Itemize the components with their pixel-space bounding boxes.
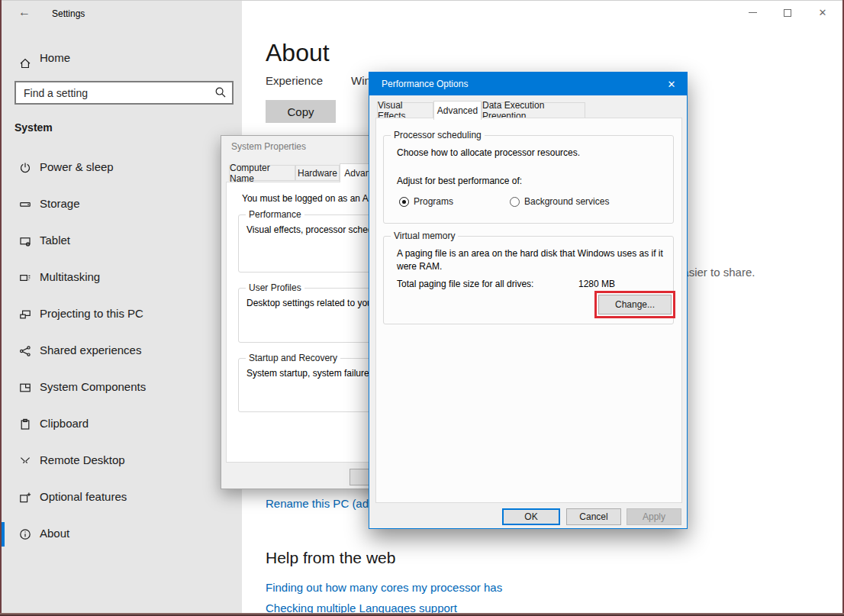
- search-input[interactable]: [16, 82, 232, 103]
- red-highlight-annotation: Change...: [594, 291, 675, 318]
- sidebar-item-multitasking[interactable]: Multitasking: [2, 260, 242, 296]
- sidebar-item-projecting[interactable]: Projecting to this PC: [2, 296, 242, 333]
- multitasking-icon: [19, 272, 31, 284]
- dialog-close-button[interactable]: ✕: [656, 73, 687, 95]
- about-icon: [19, 528, 31, 540]
- sidebar-item-about[interactable]: About: [2, 516, 242, 553]
- close-button[interactable]: ✕: [805, 1, 840, 24]
- shared-experiences-icon: [19, 345, 31, 357]
- home-icon: [19, 57, 31, 69]
- help-link-cores[interactable]: Finding out how many cores my processor …: [266, 581, 502, 594]
- tab-advanced[interactable]: Advanced: [433, 101, 482, 120]
- sidebar-item-tablet[interactable]: Tablet: [2, 223, 242, 260]
- sidebar-nav: Power & sleep Storage Tablet: [2, 150, 242, 553]
- power-icon: [19, 162, 31, 174]
- sidebar-item-home[interactable]: Home: [2, 45, 242, 82]
- performance-options-dialog: Performance Options ✕ Visual Effects Adv…: [369, 72, 688, 529]
- optional-features-icon: [19, 492, 31, 504]
- adjust-label: Adjust for best performance of:: [397, 176, 522, 186]
- settings-window: ← Settings Home System: [2, 0, 842, 613]
- ok-button[interactable]: OK: [502, 508, 560, 525]
- total-paging-label: Total paging file size for all drives:: [397, 279, 533, 289]
- sidebar-item-label: Home: [40, 51, 70, 64]
- storage-icon: [19, 198, 31, 211]
- back-button[interactable]: ←: [18, 5, 31, 19]
- sidebar-item-storage[interactable]: Storage: [2, 186, 242, 223]
- radio-programs-label[interactable]: Programs: [414, 196, 453, 207]
- sidebar-section-system: System: [14, 121, 53, 134]
- projecting-icon: [19, 308, 31, 321]
- processor-description: Choose how to allocate processor resourc…: [397, 147, 580, 158]
- window-controls: ✕: [735, 1, 840, 24]
- maximize-icon: [784, 9, 791, 17]
- processor-scheduling-group: Processor scheduling Choose how to alloc…: [383, 135, 674, 224]
- experience-value-partial: Win: [351, 74, 371, 87]
- page-title: About: [266, 39, 330, 67]
- dialog-title: System Properties: [231, 136, 306, 157]
- tablet-icon: [19, 235, 31, 247]
- settings-sidebar: ← Settings Home System: [2, 1, 242, 613]
- apply-button: Apply: [627, 508, 681, 525]
- sidebar-item-power-sleep[interactable]: Power & sleep: [2, 150, 242, 186]
- sidebar-item-system-components[interactable]: System Components: [2, 369, 242, 406]
- maximize-button[interactable]: [770, 1, 805, 24]
- minimize-icon: [749, 12, 757, 13]
- minimize-button[interactable]: [735, 1, 770, 24]
- cancel-button[interactable]: Cancel: [566, 508, 621, 525]
- dialog-titlebar: Performance Options ✕: [369, 73, 687, 95]
- help-heading: Help from the web: [266, 549, 395, 567]
- radio-background-services-label[interactable]: Background services: [524, 196, 609, 207]
- desktop: ← Settings Home System: [0, 0, 844, 616]
- change-button[interactable]: Change...: [598, 295, 672, 314]
- tab-hardware[interactable]: Hardware: [295, 165, 340, 181]
- virtual-memory-description: A paging file is an area on the hard dis…: [397, 247, 668, 273]
- search-icon[interactable]: [214, 86, 227, 98]
- sidebar-item-shared-experiences[interactable]: Shared experiences: [2, 333, 242, 369]
- radio-background-services[interactable]: [510, 197, 520, 207]
- remote-desktop-icon: [19, 455, 31, 467]
- occluded-page-text: easier to share.: [676, 266, 755, 279]
- group-text: Visual effects, processor schedulin: [246, 224, 387, 235]
- copy-button[interactable]: Copy: [266, 100, 336, 123]
- tab-computer-name[interactable]: Computer Name: [229, 165, 295, 181]
- search-box: [14, 81, 234, 105]
- system-components-icon: [19, 382, 31, 394]
- dialog-title: Performance Options: [382, 73, 468, 95]
- total-paging-value: 1280 MB: [578, 279, 615, 289]
- group-label: Virtual memory: [391, 231, 458, 241]
- sidebar-item-optional-features[interactable]: Optional features: [2, 479, 242, 516]
- group-label: Performance: [246, 209, 304, 220]
- radio-programs[interactable]: [399, 197, 409, 207]
- tab-visual-effects[interactable]: Visual Effects: [377, 102, 433, 118]
- tab-data-execution-prevention[interactable]: Data Execution Prevention: [482, 102, 585, 118]
- experience-label: Experience: [266, 74, 323, 87]
- close-icon: ✕: [819, 8, 827, 18]
- group-label: Processor scheduling: [391, 130, 485, 140]
- virtual-memory-group: Virtual memory A paging file is an area …: [383, 236, 674, 324]
- sidebar-item-clipboard[interactable]: Clipboard: [2, 406, 242, 443]
- clipboard-icon: [19, 418, 31, 431]
- sidebar-item-remote-desktop[interactable]: Remote Desktop: [2, 443, 242, 479]
- group-label: User Profiles: [246, 282, 304, 293]
- group-label: Startup and Recovery: [246, 353, 340, 363]
- advanced-tab-page: Processor scheduling Choose how to alloc…: [375, 118, 682, 503]
- desktop-edge: [0, 613, 844, 616]
- admin-notice: You must be logged on as an Admin: [242, 193, 388, 204]
- window-title: Settings: [52, 8, 85, 19]
- help-link-languages[interactable]: Checking multiple Languages support: [266, 601, 457, 613]
